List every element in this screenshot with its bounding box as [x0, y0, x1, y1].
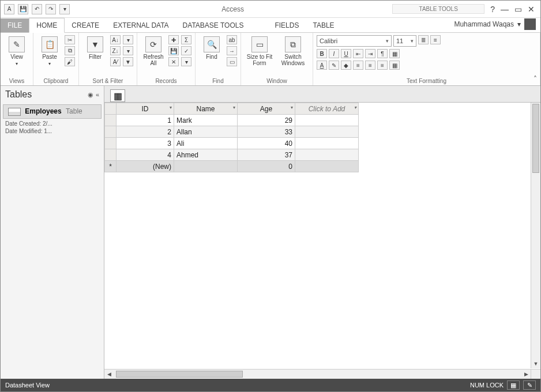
col-header-age[interactable]: Age▾: [238, 103, 295, 115]
find-button[interactable]: 🔍 Find: [199, 35, 224, 73]
tab-database-tools[interactable]: DATABASE TOOLS: [176, 18, 251, 32]
save-icon[interactable]: 💾: [18, 4, 28, 14]
select-icon[interactable]: ▭: [227, 57, 237, 66]
cell-id[interactable]: 3: [117, 138, 174, 149]
cell-name[interactable]: Mark: [174, 115, 238, 126]
design-view-icon[interactable]: ✎: [523, 380, 536, 390]
datasheet-view-icon[interactable]: ▦: [507, 380, 520, 390]
selection-filter-icon[interactable]: ▾: [123, 35, 133, 44]
align-right-icon[interactable]: ≡: [377, 61, 388, 70]
highlight-icon[interactable]: ✎: [329, 61, 339, 70]
scroll-left-icon[interactable]: ◀: [104, 370, 114, 379]
cell-id[interactable]: (New): [117, 161, 174, 172]
redo-icon[interactable]: ↷: [46, 4, 56, 14]
align-left-icon[interactable]: ≡: [353, 61, 363, 70]
minimize-icon[interactable]: —: [501, 5, 509, 14]
font-size-select[interactable]: 11▾: [393, 35, 416, 47]
font-family-select[interactable]: Calibri▾: [317, 35, 392, 47]
format-painter-icon[interactable]: 🖌: [65, 57, 75, 66]
spelling-icon[interactable]: ✓: [181, 46, 191, 55]
row-selector[interactable]: [105, 115, 117, 126]
scroll-right-icon[interactable]: ▶: [521, 370, 531, 379]
cell-name[interactable]: Ali: [174, 138, 238, 149]
text-direction-icon[interactable]: ¶: [377, 49, 388, 58]
copy-icon[interactable]: ⧉: [65, 46, 75, 55]
cell-empty[interactable]: [295, 115, 359, 126]
fill-color-icon[interactable]: ◆: [341, 61, 351, 70]
cell-age[interactable]: 29: [238, 115, 295, 126]
replace-icon[interactable]: ab: [227, 35, 237, 44]
numbering-icon[interactable]: ≡: [430, 35, 441, 44]
table-tab-icon[interactable]: ▦: [110, 89, 125, 102]
select-all-cell[interactable]: [105, 103, 117, 115]
save-record-icon[interactable]: 💾: [168, 46, 179, 55]
view-button[interactable]: ✎ View ▾: [4, 35, 29, 73]
new-record-row[interactable]: * (New) 0: [105, 161, 359, 172]
cell-age[interactable]: 37: [238, 149, 295, 161]
sort-asc-icon[interactable]: A↓: [110, 35, 121, 44]
gridlines-icon[interactable]: ▦: [389, 49, 400, 58]
tab-table[interactable]: TABLE: [306, 18, 341, 32]
alternate-row-icon[interactable]: ▦: [389, 61, 400, 70]
chevron-down-icon[interactable]: ▾: [233, 105, 235, 110]
bold-icon[interactable]: B: [317, 49, 327, 58]
more-records-icon[interactable]: ▾: [181, 57, 191, 66]
underline-icon[interactable]: U: [341, 49, 351, 58]
paste-button[interactable]: 📋 Paste ▾: [37, 35, 62, 73]
cell-id[interactable]: 1: [117, 115, 174, 126]
font-color-icon[interactable]: A: [317, 61, 327, 70]
size-to-fit-button[interactable]: ▭ Size to Fit Form: [245, 35, 275, 73]
new-record-icon[interactable]: ✚: [168, 35, 179, 44]
cell-age[interactable]: 33: [238, 126, 295, 138]
totals-icon[interactable]: Σ: [181, 35, 191, 44]
cell-id[interactable]: 4: [117, 149, 174, 161]
tab-file[interactable]: FILE: [1, 18, 29, 32]
user-account[interactable]: Muhammad Waqas ▾: [449, 16, 540, 32]
chevron-down-icon[interactable]: ▾: [354, 105, 356, 110]
cell-name[interactable]: Allan: [174, 126, 238, 138]
table-row[interactable]: 1 Mark 29: [105, 115, 359, 126]
undo-icon[interactable]: ↶: [32, 4, 42, 14]
cell-empty[interactable]: [295, 161, 359, 172]
toggle-filter-icon[interactable]: ▼: [123, 57, 133, 66]
cell-empty[interactable]: [295, 149, 359, 161]
indent-increase-icon[interactable]: ⇥: [365, 49, 375, 58]
cell-empty[interactable]: [295, 126, 359, 138]
chevron-down-icon[interactable]: ▾: [170, 105, 172, 110]
cell-age[interactable]: 40: [238, 138, 295, 149]
new-record-icon[interactable]: *: [105, 161, 117, 172]
filter-button[interactable]: ▼ Filter: [82, 35, 108, 73]
switch-windows-button[interactable]: ⧉ Switch Windows: [277, 35, 309, 73]
nav-item-employees[interactable]: Employees Table: [3, 104, 102, 119]
tab-create[interactable]: CREATE: [65, 18, 106, 32]
table-row[interactable]: 3 Ali 40: [105, 138, 359, 149]
scroll-thumb[interactable]: [116, 371, 243, 378]
nav-search-icon[interactable]: ◉: [88, 91, 93, 99]
restore-icon[interactable]: ▭: [514, 5, 522, 14]
clear-sort-icon[interactable]: A⁄: [110, 57, 121, 66]
cell-id[interactable]: 2: [117, 126, 174, 138]
table-row[interactable]: 4 Ahmed 37: [105, 149, 359, 161]
tab-external-data[interactable]: EXTERNAL DATA: [106, 18, 175, 32]
cell-age[interactable]: 0: [238, 161, 295, 172]
refresh-all-button[interactable]: ⟳ Refresh All: [141, 35, 166, 73]
cell-empty[interactable]: [295, 138, 359, 149]
row-selector[interactable]: [105, 138, 117, 149]
chevron-down-icon[interactable]: ▾: [291, 105, 293, 110]
bullets-icon[interactable]: ≣: [418, 35, 429, 44]
sort-desc-icon[interactable]: Z↓: [110, 46, 121, 55]
scroll-down-icon[interactable]: ▼: [531, 359, 540, 368]
col-header-name[interactable]: Name▾: [174, 103, 238, 115]
col-header-id[interactable]: ID▾: [117, 103, 174, 115]
advanced-filter-icon[interactable]: ▾: [123, 46, 133, 55]
horizontal-scrollbar[interactable]: ◀ ▶: [104, 369, 531, 379]
row-selector[interactable]: [105, 126, 117, 138]
row-selector[interactable]: [105, 149, 117, 161]
scroll-thumb[interactable]: [532, 104, 539, 173]
col-header-click-to-add[interactable]: Click to Add▾: [295, 103, 359, 115]
close-icon[interactable]: ✕: [528, 5, 535, 14]
nav-header[interactable]: Tables ◉ «: [1, 86, 104, 103]
align-center-icon[interactable]: ≡: [365, 61, 375, 70]
help-icon[interactable]: ?: [490, 5, 495, 14]
cell-name[interactable]: Ahmed: [174, 149, 238, 161]
